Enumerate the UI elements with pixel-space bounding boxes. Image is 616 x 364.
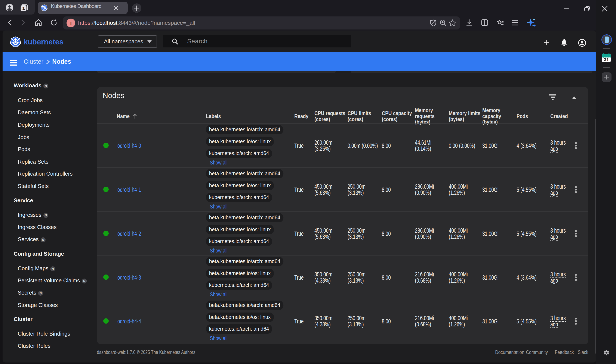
svg-text:31: 31 [604, 57, 609, 62]
svg-text:1: 1 [22, 6, 25, 11]
